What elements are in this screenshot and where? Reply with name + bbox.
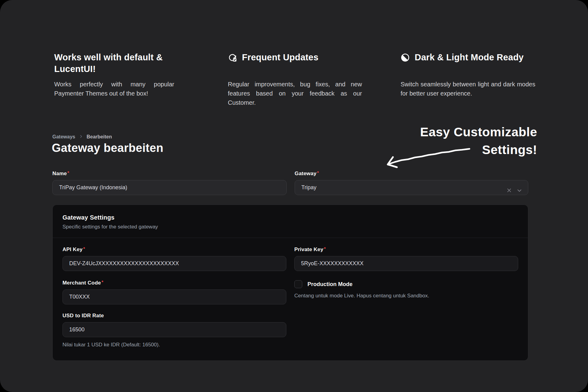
name-label: Name* bbox=[52, 170, 287, 177]
breadcrumb-item-bearbeiten: Bearbeiten bbox=[87, 134, 112, 140]
gateway-form-top: Name* Gateway* bbox=[52, 170, 528, 195]
feature-title: Dark & Light Mode Ready bbox=[415, 51, 524, 63]
card-subtitle: Specific settings for the selected gatew… bbox=[62, 224, 518, 230]
card-empty-cell bbox=[294, 313, 518, 356]
clear-icon[interactable] bbox=[507, 188, 512, 193]
refresh-check-icon bbox=[228, 53, 237, 62]
merchant-code-field-group: Merchant Code* bbox=[62, 279, 286, 304]
card-header: Gateway Settings Specific settings for t… bbox=[53, 205, 528, 238]
feature-frequent-updates: Frequent Updates Regular improvements, b… bbox=[228, 51, 362, 107]
card-body: API Key* Private Key* Merchant Code* bbox=[53, 238, 528, 356]
usd-idr-input[interactable] bbox=[62, 322, 286, 337]
feature-description: Switch seamlessly between light and dark… bbox=[401, 80, 535, 98]
gateway-select-icons bbox=[507, 183, 522, 198]
required-asterisk: * bbox=[317, 170, 319, 175]
api-key-input[interactable] bbox=[62, 256, 286, 271]
hand-drawn-arrow bbox=[382, 146, 473, 171]
gateway-settings-card: Gateway Settings Specific settings for t… bbox=[52, 205, 528, 361]
private-key-input[interactable] bbox=[294, 256, 518, 271]
merchant-code-input[interactable] bbox=[62, 289, 286, 304]
name-input[interactable] bbox=[52, 180, 287, 195]
app-window: Works well with default & LucentUI! Work… bbox=[0, 0, 588, 392]
usd-idr-label: USD to IDR Rate bbox=[62, 313, 286, 319]
usd-idr-field-group: USD to IDR Rate Nilai tukar 1 USD ke IDR… bbox=[62, 313, 286, 348]
card-title: Gateway Settings bbox=[62, 214, 518, 221]
api-key-label: API Key* bbox=[62, 246, 286, 253]
feature-description: Regular improvements, bug fixes, and new… bbox=[228, 80, 362, 107]
production-mode-helper: Centang untuk mode Live. Hapus centang u… bbox=[294, 293, 518, 299]
chevron-down-icon[interactable] bbox=[517, 188, 522, 193]
production-mode-label: Production Mode bbox=[307, 281, 352, 288]
gateway-field-group: Gateway* bbox=[295, 170, 528, 195]
feature-dark-light-mode: Dark & Light Mode Ready Switch seamlessl… bbox=[401, 51, 535, 98]
name-field-group: Name* bbox=[52, 170, 287, 195]
breadcrumb-item-gateways[interactable]: Gateways bbox=[52, 134, 75, 140]
required-asterisk: * bbox=[67, 170, 69, 175]
production-mode-checkbox[interactable] bbox=[294, 280, 302, 288]
api-key-field-group: API Key* bbox=[62, 246, 286, 271]
private-key-label: Private Key* bbox=[294, 246, 518, 253]
feature-title: Works well with default & LucentUI! bbox=[54, 51, 174, 75]
required-asterisk: * bbox=[324, 246, 326, 251]
annotation-line1: Easy Customizable bbox=[420, 123, 537, 141]
feature-title: Frequent Updates bbox=[242, 51, 318, 63]
production-mode-field-group: Production Mode Centang untuk mode Live.… bbox=[294, 279, 518, 304]
breadcrumb-chevron-icon bbox=[79, 134, 83, 140]
page-title: Gateway bearbeiten bbox=[52, 141, 163, 155]
contrast-icon bbox=[401, 53, 410, 62]
required-asterisk: * bbox=[101, 279, 103, 285]
gateway-label: Gateway* bbox=[295, 170, 528, 177]
feature-default-lucentui: Works well with default & LucentUI! Work… bbox=[54, 51, 174, 98]
gateway-select[interactable] bbox=[295, 180, 528, 195]
private-key-field-group: Private Key* bbox=[294, 246, 518, 271]
required-asterisk: * bbox=[83, 246, 85, 251]
usd-idr-helper: Nilai tukar 1 USD ke IDR (Default: 16500… bbox=[62, 342, 286, 348]
merchant-code-label: Merchant Code* bbox=[62, 279, 286, 286]
breadcrumb: Gateways Bearbeiten bbox=[52, 134, 112, 140]
feature-description: Works perfectly with many popular Paymen… bbox=[54, 80, 174, 98]
